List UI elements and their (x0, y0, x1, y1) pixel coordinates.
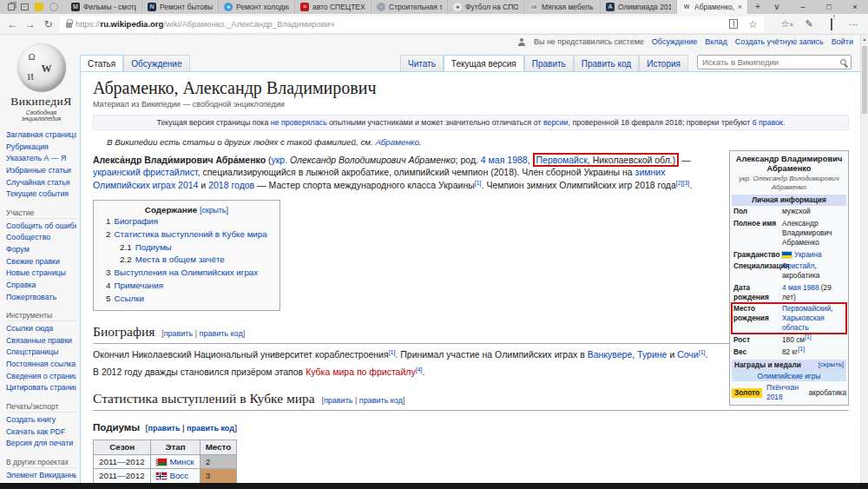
back-icon[interactable]: ← (3, 18, 22, 30)
toc-item-olympics[interactable]: 3Выступления на Олимпийских играх (106, 267, 267, 280)
sidebar-item-community[interactable]: Сообщество (6, 232, 76, 244)
hub-favorites-icon[interactable]: ☆≡ (776, 18, 799, 30)
forward-icon[interactable]: → (22, 18, 40, 30)
sidebar-item-forum[interactable]: Форум (6, 244, 76, 256)
wikipedia-globe-logo[interactable]: ΩWИ (17, 43, 66, 92)
sochi-link[interactable]: Сочи (677, 349, 699, 360)
tab-edit[interactable]: Править (524, 55, 574, 71)
freestyler-link[interactable]: фристайлист (143, 167, 198, 177)
vancouver-link[interactable]: Ванкувере (588, 349, 633, 360)
browser-tab[interactable]: NРемонт бытовых холо (142, 0, 219, 14)
edit-source-link[interactable]: править код (200, 329, 243, 338)
ref-2-3[interactable]: [2][3] (676, 179, 690, 185)
scrollbar-thumb[interactable] (862, 46, 867, 114)
edit-link[interactable]: править (164, 329, 194, 338)
web-note-pen-icon[interactable]: ✎ (798, 18, 820, 30)
minsk-link[interactable]: Минск (169, 457, 194, 466)
edit-link[interactable]: править (148, 424, 180, 433)
browser-tab[interactable]: ≡авто СПЕЦТЕХНИКА А (295, 0, 372, 14)
may-4-link[interactable]: 4 мая (481, 155, 505, 165)
sidebar-item-new-pages[interactable]: Новые страницы (6, 268, 76, 280)
browser-tab[interactable]: АОлимпиада 2018 Кор (601, 0, 677, 14)
browser-tab[interactable]: ◦Строительная техни (372, 0, 448, 14)
sidebar-item-help[interactable]: Справка (6, 280, 76, 292)
browser-tab-active[interactable]: W Абраменко, Алекс × (677, 0, 748, 14)
toc-item-podiums[interactable]: 2.1Подиумы (106, 241, 267, 254)
tab-read[interactable]: Читать (400, 55, 444, 71)
pyeongchang-2018-link[interactable]: Пхёнчхан 2018 (766, 383, 805, 402)
sidebar-item-wikidata[interactable]: Элемент Викиданных (6, 470, 76, 482)
url-field[interactable]: https://ru.wikipedia.org/wiki/Абраменко,… (60, 17, 764, 32)
ref-4[interactable]: [4] (416, 366, 423, 372)
share-icon[interactable] (820, 19, 843, 30)
year-1988-link[interactable]: 1988 (507, 155, 527, 165)
sidebar-item-related-changes[interactable]: Связанные правки (6, 335, 76, 347)
wikipedia-wordmark[interactable]: ВикипедиЯ (6, 95, 76, 109)
more-options-icon[interactable]: ··· (842, 19, 865, 30)
ref-1[interactable]: [1] (475, 179, 482, 185)
birth-date-link[interactable]: 4 мая 1988 (782, 283, 819, 292)
tab-edit-source[interactable]: Править код (574, 55, 639, 71)
sidebar-item-create-book[interactable]: Создать книгу (6, 414, 76, 426)
pervomaiskyi-link[interactable]: Первомайский, (782, 304, 832, 313)
tab-current-version[interactable]: Текущая версия (444, 55, 524, 71)
sidebar-item-page-info[interactable]: Сведения о странице (6, 371, 76, 383)
sidebar-item-cite-page[interactable]: Цитировать страницу (6, 382, 76, 394)
tab-talk[interactable]: Обсуждение (123, 55, 189, 71)
sidebar-item-donate[interactable]: Пожертвовать (6, 292, 76, 304)
pinned-tab-gray-icon[interactable] (49, 3, 58, 11)
ukr-lang-link[interactable]: укр. (272, 155, 288, 165)
personal-link-create-account[interactable]: Создать учётную запись (735, 37, 824, 46)
kharkiv-oblast-link[interactable]: Харьковская область (782, 314, 825, 332)
ukraine-link[interactable]: Украина (794, 250, 822, 259)
olympics-2018-link[interactable]: 2018 годов (208, 180, 254, 190)
pinned-tab-yellow-icon[interactable] (35, 3, 43, 11)
toc-item-overall[interactable]: 2.2Места в общем зачёте (106, 254, 267, 267)
pervomaisk-link[interactable]: Первомайск (536, 155, 588, 165)
freestyle-link[interactable]: Фристайл (782, 261, 815, 270)
edit-source-link[interactable]: править код (187, 424, 234, 433)
sidebar-item-current-events[interactable]: Текущие события (6, 188, 76, 201)
tab-article[interactable]: Статья (80, 55, 123, 71)
toc-item-biography[interactable]: 1Биография (106, 215, 267, 228)
tab-history[interactable]: История (639, 55, 688, 71)
sidebar-item-what-links-here[interactable]: Ссылки сюда (6, 323, 76, 335)
toc-item-notes[interactable]: 4Примечания (106, 280, 267, 293)
search-icon[interactable] (840, 59, 846, 65)
toc-hide-link[interactable]: [скрыть] (200, 206, 228, 215)
browser-tab[interactable]: ●Футбол на СПОРТ.UA (448, 0, 524, 14)
olympic-games-link[interactable]: Олимпийские игры (732, 371, 846, 382)
new-tab-button[interactable]: + (748, 0, 767, 14)
tab-close-icon[interactable]: × (738, 3, 742, 11)
sidebar-item-recent-changes[interactable]: Свежие правки (6, 256, 76, 268)
turin-link[interactable]: Турине (637, 349, 667, 360)
browser-tab[interactable]: ●Ремонт холодильники (219, 0, 295, 14)
hide-awards-link[interactable]: [скрыть] (819, 360, 844, 370)
sidebar-item-random[interactable]: Случайная статья (6, 177, 76, 189)
page-scrollbar[interactable]: ▲ (860, 35, 868, 483)
set-tabs-aside-icon[interactable] (21, 3, 29, 10)
scroll-up-arrow-icon[interactable]: ▲ (861, 35, 868, 44)
sidebar-item-main-page[interactable]: Заглавная страница (6, 129, 76, 142)
ref-1[interactable]: [1] (699, 348, 706, 354)
freestyle-world-cup-redlink[interactable]: Кубка мира по фристайлу (306, 367, 416, 377)
sidebar-item-printable[interactable]: Версия для печати (6, 438, 76, 450)
personal-link-talk[interactable]: Обсуждение (652, 37, 697, 46)
sidebar-item-download-pdf[interactable]: Скачать как PDF (6, 426, 76, 439)
edit-source-link[interactable]: править код (359, 396, 403, 405)
search-box[interactable] (697, 55, 852, 69)
not-reviewed-link[interactable]: не проверялась (271, 118, 327, 127)
sidebar-item-rubrication[interactable]: Рубрикация (6, 142, 76, 154)
sidebar-item-report-error[interactable]: Сообщить об ошибке (6, 221, 76, 233)
close-button[interactable]: × (842, 0, 868, 14)
browser-tab[interactable]: окМягкая мебель Харьк (524, 0, 601, 14)
toc-item-links[interactable]: 5Ссылки (106, 293, 267, 306)
sidebar-item-permanent-link[interactable]: Постоянная ссылка (6, 359, 76, 371)
sidebar-item-featured[interactable]: Избранные статьи (6, 165, 76, 177)
pending-edits-link[interactable]: 6 правок (753, 118, 783, 127)
favorite-star-icon[interactable]: ☆ (748, 18, 758, 30)
personal-link-contribs[interactable]: Вклад (705, 37, 727, 46)
reading-view-icon[interactable] (729, 19, 738, 29)
sidebar-item-special-pages[interactable]: Спецстраницы (6, 347, 76, 359)
minimize-button[interactable]: – (790, 0, 816, 14)
